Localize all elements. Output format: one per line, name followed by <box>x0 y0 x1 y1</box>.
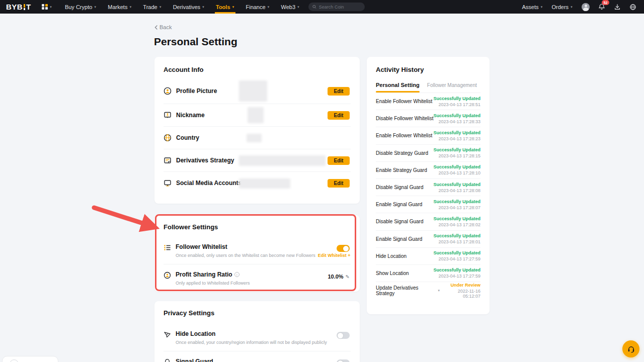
row-nickname: Nickname Edit <box>164 104 351 126</box>
activity-timestamp: 2023-04-13 17:28:23 <box>433 136 480 141</box>
user-avatar[interactable] <box>582 3 590 11</box>
headset-icon <box>627 345 635 353</box>
activity-row: Disable Signal Guard ▼ Successfully Upda… <box>376 179 480 196</box>
edit-nickname-button[interactable]: Edit <box>328 111 350 120</box>
activity-status: Successfully Updated <box>433 267 480 273</box>
redacted-nickname <box>248 107 264 123</box>
activity-row: Show Location ▼ Successfully Updated 202… <box>376 265 480 282</box>
activity-row: Enable Follower Whitelist ▼ Successfully… <box>376 93 480 110</box>
activity-timestamp: 2023-04-13 17:28:33 <box>433 119 480 124</box>
follower-whitelist-toggle[interactable] <box>337 245 350 252</box>
activity-status: Successfully Updated <box>433 250 480 255</box>
logo-text: BYB <box>6 3 23 11</box>
activity-timestamp: 2022-11-16 05:12:07 <box>440 289 480 299</box>
activity-timestamp: 2023-04-13 17:28:08 <box>433 188 480 193</box>
signal-guard-toggle[interactable] <box>337 359 350 362</box>
main-nav: Buy Crypto▼ Markets▼ Trade▼ Derivatives▼… <box>59 0 305 14</box>
edit-profile-picture-button[interactable]: Edit <box>328 87 350 96</box>
activity-status: Successfully Updated <box>433 164 480 169</box>
account-info-card: Account Info Profile Picture Edit Nickna… <box>154 57 360 204</box>
notification-badge: 52 <box>602 0 609 5</box>
activity-action: Enable Signal Guard <box>376 236 422 242</box>
activity-status: Successfully Updated <box>433 182 480 187</box>
hide-location-toggle[interactable] <box>337 332 350 339</box>
bybit-logo[interactable]: BYB T <box>6 3 31 11</box>
download-icon <box>614 4 621 11</box>
account-info-title: Account Info <box>164 66 351 73</box>
redacted-country <box>247 134 262 142</box>
nickname-icon <box>164 111 172 119</box>
activity-action: Enable Signal Guard <box>376 202 422 207</box>
follower-whitelist-icon <box>164 244 171 251</box>
activity-timestamp: 2023-04-13 17:28:15 <box>433 153 480 158</box>
edit-social-media-button[interactable]: Edit <box>328 179 350 188</box>
logo-i-mark <box>24 4 25 10</box>
nav-assets[interactable]: Assets▼ <box>522 4 543 10</box>
row-follower-whitelist: Follower Whitelist Once enabled, only us… <box>164 237 351 264</box>
edit-whitelist-link[interactable]: Edit Whitelist + <box>318 253 351 258</box>
hide-location-subtitle: Once enabled, your country/region inform… <box>176 340 327 345</box>
support-chat-button[interactable] <box>622 340 639 357</box>
back-link[interactable]: Back <box>154 24 172 30</box>
activity-action: Disable Strategy Guard <box>376 150 428 156</box>
chevron-down-icon: ▼ <box>49 6 52 9</box>
hide-location-label: Hide Location <box>176 330 327 337</box>
profit-sharing-subtitle: Only applied to Whitelisted Followers <box>176 281 250 286</box>
activity-row: Disable Follower Whitelist ▼ Successfull… <box>376 110 480 127</box>
redacted-profile-picture <box>239 80 267 102</box>
activity-timestamp: 2023-04-13 17:27:59 <box>433 256 480 261</box>
chevron-down-icon: ▼ <box>202 6 205 9</box>
activity-row: Disable Signal Guard ▼ Successfully Upda… <box>376 213 480 230</box>
row-signal-guard: Signal Guard Once enabled, only Follower… <box>164 351 351 362</box>
nav-derivatives[interactable]: Derivatives▼ <box>168 0 210 14</box>
download-app-button[interactable] <box>614 4 621 11</box>
chevron-down-icon: ▼ <box>570 6 573 9</box>
edit-ratio-icon[interactable]: ✎ <box>346 274 350 280</box>
follower-settings-card: Follower Settings Follower Whitelist Onc… <box>154 215 360 292</box>
activity-action: Hide Location <box>376 253 407 259</box>
chevron-down-icon: ▼ <box>267 6 270 9</box>
search-input[interactable] <box>319 5 361 10</box>
navbar-right: Assets▼ Orders▼ 52 <box>522 3 644 11</box>
apps-grid-menu[interactable]: ▼ <box>42 4 52 10</box>
search-icon <box>312 5 316 9</box>
follower-settings-title: Follower Settings <box>164 223 351 231</box>
notifications-button[interactable]: 52 <box>598 3 605 11</box>
page-title: Personal Setting <box>154 36 237 48</box>
activity-status: Successfully Updated <box>433 113 480 118</box>
activity-timestamp: 2023-04-13 17:28:01 <box>433 239 480 244</box>
activity-row: Disable Strategy Guard ▼ Successfully Up… <box>376 145 480 162</box>
edit-derivatives-strategy-button[interactable]: Edit <box>328 156 350 165</box>
nav-tools[interactable]: Tools▼ <box>210 0 240 14</box>
nav-markets[interactable]: Markets▼ <box>102 0 137 14</box>
row-social-media: Social Media Accounts Edit <box>164 171 351 194</box>
activity-row: Enable Signal Guard ▼ Successfully Updat… <box>376 196 480 213</box>
tab-follower-management[interactable]: Follower Management <box>427 82 477 93</box>
chevron-down-icon: ▼ <box>159 6 162 9</box>
language-button[interactable] <box>629 4 636 11</box>
signal-guard-label: Signal Guard <box>176 358 297 362</box>
chevron-left-icon <box>154 25 157 30</box>
activity-row: Enable Follower Whitelist ▼ Successfully… <box>376 127 480 144</box>
nav-trade[interactable]: Trade▼ <box>137 0 167 14</box>
activity-timestamp: 2023-04-13 17:28:02 <box>433 222 480 227</box>
activity-status: Successfully Updated <box>433 233 480 238</box>
nav-finance[interactable]: Finance▼ <box>240 0 275 14</box>
info-icon[interactable]: i <box>234 272 239 277</box>
tab-personal-setting[interactable]: Personal Setting <box>376 82 420 93</box>
privacy-settings-title: Privacy Settings <box>164 309 351 317</box>
search-box[interactable] <box>308 3 365 11</box>
row-hide-location: Hide Location Once enabled, your country… <box>164 324 351 351</box>
activity-status: Successfully Updated <box>433 130 480 135</box>
nav-orders[interactable]: Orders▼ <box>551 4 573 10</box>
nav-buy-crypto[interactable]: Buy Crypto▼ <box>59 0 102 14</box>
activity-status: Successfully Updated <box>433 199 480 204</box>
profit-sharing-value: 10.0% ✎ <box>328 274 350 280</box>
nav-web3[interactable]: Web3▼ <box>276 0 306 14</box>
activity-action: Disable Signal Guard <box>376 219 424 224</box>
activity-status: Successfully Updated <box>433 147 480 152</box>
chevron-down-icon: ▼ <box>129 6 132 9</box>
globe-icon <box>629 4 636 11</box>
activity-row: Enable Signal Guard ▼ Successfully Updat… <box>376 231 480 248</box>
activity-list: Enable Follower Whitelist ▼ Successfully… <box>376 93 480 299</box>
